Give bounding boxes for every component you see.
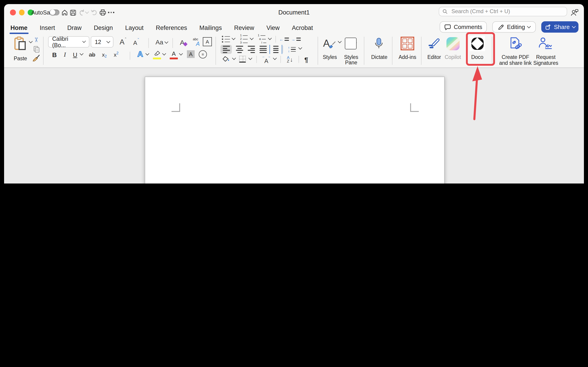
sort-button[interactable]: AZ ↓ bbox=[285, 55, 295, 64]
typography-chevron[interactable] bbox=[274, 58, 276, 59]
align-right-icon bbox=[248, 46, 255, 53]
ribbon-tabs: Home Insert Draw Design Layout Reference… bbox=[10, 21, 313, 34]
document-page[interactable] bbox=[145, 76, 445, 184]
tab-draw[interactable]: Draw bbox=[67, 24, 82, 31]
font-color-a: A bbox=[172, 50, 176, 57]
font-size-select[interactable]: 12 bbox=[91, 36, 113, 48]
styles-button[interactable]: A bbox=[322, 36, 337, 51]
show-paragraph-marks-button[interactable]: ¶ bbox=[303, 55, 310, 64]
decrease-indent-button[interactable]: ← bbox=[279, 35, 289, 43]
tab-layout[interactable]: Layout bbox=[125, 24, 144, 31]
search-field[interactable] bbox=[439, 7, 567, 16]
account-feedback-button[interactable] bbox=[571, 4, 579, 21]
paste-menu-chevron[interactable] bbox=[29, 41, 32, 42]
bullet-list-icon bbox=[222, 36, 230, 42]
character-shading-button[interactable]: A bbox=[187, 50, 195, 58]
addins-button[interactable] bbox=[401, 37, 414, 50]
mini-divider bbox=[130, 52, 130, 60]
group-divider bbox=[421, 37, 422, 65]
grow-font-button[interactable]: Aˆ bbox=[118, 37, 128, 48]
tab-review[interactable]: Review bbox=[234, 24, 254, 31]
format-painter-button[interactable] bbox=[33, 54, 40, 62]
styles-label: Styles bbox=[320, 54, 339, 60]
bullets-chevron[interactable] bbox=[232, 38, 235, 39]
shading-button[interactable] bbox=[222, 55, 231, 63]
line-spacing-chevron[interactable] bbox=[299, 48, 302, 49]
font-color-chevron[interactable] bbox=[180, 53, 182, 55]
tab-references[interactable]: References bbox=[156, 24, 187, 31]
phonetic-guide-button[interactable]: abc A bbox=[191, 36, 202, 48]
increase-indent-button[interactable]: → bbox=[291, 35, 301, 43]
copilot-logo-icon bbox=[446, 37, 459, 50]
superscript-button[interactable]: x 2 bbox=[112, 51, 120, 59]
numbering-chevron[interactable] bbox=[251, 38, 253, 39]
chevron-down-icon bbox=[146, 52, 149, 55]
share-button[interactable]: Share bbox=[541, 21, 579, 33]
justify-button[interactable] bbox=[257, 45, 268, 54]
create-pdf-button[interactable] bbox=[509, 36, 522, 51]
distribute-text-button[interactable] bbox=[269, 45, 282, 54]
editor-button[interactable] bbox=[427, 36, 441, 51]
borders-chevron[interactable] bbox=[249, 58, 251, 59]
change-case-button[interactable]: Aa bbox=[154, 37, 169, 48]
tab-insert[interactable]: Insert bbox=[40, 24, 55, 31]
phonetic-abc: abc bbox=[193, 38, 198, 41]
copy-button[interactable] bbox=[33, 45, 40, 53]
multilevel-chevron[interactable] bbox=[268, 38, 271, 39]
text-effects-typography-button[interactable]: ←→ A bbox=[261, 55, 272, 64]
align-right-button[interactable] bbox=[245, 45, 257, 54]
styles-pane-button[interactable] bbox=[344, 36, 358, 51]
shrink-font-button[interactable]: Aˇ bbox=[131, 38, 141, 48]
align-center-button[interactable] bbox=[234, 45, 245, 54]
tab-design[interactable]: Design bbox=[94, 24, 113, 31]
font-color-button[interactable]: A bbox=[170, 49, 178, 59]
enclose-characters-button[interactable]: ≡ bbox=[199, 50, 207, 58]
group-divider bbox=[43, 37, 43, 65]
highlight-chevron[interactable] bbox=[163, 53, 165, 55]
multilevel-list-button[interactable]: 1 a i bbox=[256, 35, 267, 43]
bold-button[interactable]: B bbox=[51, 51, 58, 59]
paste-button[interactable] bbox=[12, 36, 29, 51]
copilot-button[interactable] bbox=[446, 36, 460, 51]
text-effects-button[interactable]: A bbox=[136, 49, 145, 59]
caret-up-mark: ˆ bbox=[125, 37, 126, 42]
search-input[interactable] bbox=[450, 8, 563, 15]
cut-button[interactable]: ✂ bbox=[33, 36, 40, 43]
share-label: Share bbox=[554, 24, 570, 30]
annotation-highlight-box bbox=[466, 32, 495, 66]
tab-acrobat[interactable]: Acrobat bbox=[292, 24, 313, 31]
editing-mode-button[interactable]: Editing bbox=[492, 21, 536, 33]
highlight-button[interactable] bbox=[153, 49, 161, 59]
chevron-down-icon bbox=[162, 52, 166, 55]
numbering-button[interactable]: 1 2 3 bbox=[238, 35, 249, 43]
shrink-font-a: A bbox=[133, 39, 137, 46]
arrow-down-icon: ↓ bbox=[290, 56, 293, 63]
align-left-button[interactable] bbox=[221, 45, 232, 54]
borders-button[interactable] bbox=[239, 56, 246, 63]
line-spacing-button[interactable]: ↑↓ bbox=[286, 45, 298, 54]
character-border-button[interactable]: A bbox=[203, 37, 212, 46]
paste-label: Paste bbox=[9, 56, 32, 61]
tab-view[interactable]: View bbox=[266, 24, 279, 31]
clear-formatting-button[interactable]: A bbox=[178, 36, 188, 48]
paste-clipboard-icon bbox=[14, 36, 27, 51]
font-name-select[interactable]: Calibri (Bo... bbox=[48, 36, 89, 48]
chevron-down-icon bbox=[572, 25, 576, 28]
request-signatures-button[interactable] bbox=[538, 36, 553, 51]
italic-button[interactable]: I bbox=[62, 51, 68, 59]
comments-button[interactable]: Comments bbox=[440, 21, 487, 33]
styles-chevron[interactable] bbox=[338, 41, 341, 42]
chevron-down-icon bbox=[268, 36, 272, 40]
underline-menu-chevron[interactable] bbox=[80, 53, 83, 55]
styles-pane-label: StylesPane bbox=[342, 54, 361, 65]
tab-home[interactable]: Home bbox=[10, 24, 27, 31]
dictate-button[interactable] bbox=[372, 36, 385, 51]
strikethrough-button[interactable]: ab bbox=[87, 51, 97, 59]
comments-label: Comments bbox=[454, 24, 482, 30]
underline-button[interactable]: U bbox=[72, 51, 78, 59]
text-effects-chevron[interactable] bbox=[146, 53, 149, 55]
subscript-button[interactable]: x 2 bbox=[100, 51, 108, 59]
bullets-button[interactable] bbox=[221, 35, 231, 43]
shading-chevron[interactable] bbox=[233, 58, 235, 59]
tab-mailings[interactable]: Mailings bbox=[199, 24, 222, 31]
